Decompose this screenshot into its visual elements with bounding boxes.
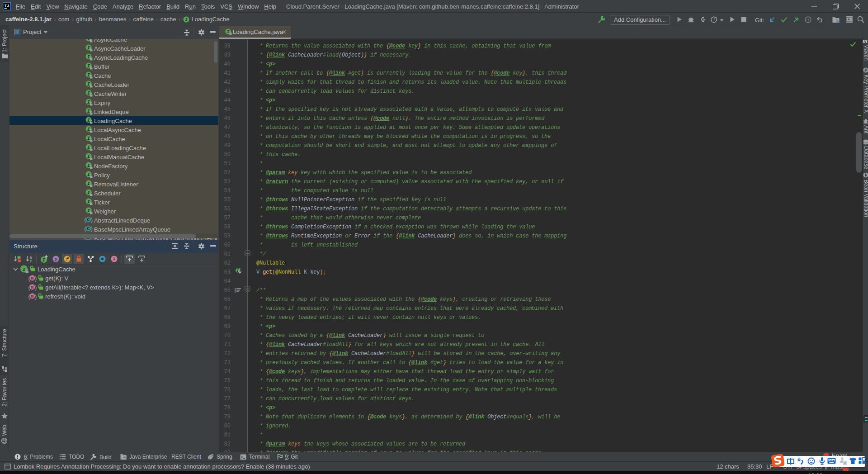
svg-text:I: I — [87, 172, 90, 177]
svg-text:IJ: IJ — [5, 4, 9, 9]
svg-text:C: C — [87, 227, 90, 232]
svg-text:): ) — [35, 275, 37, 282]
svg-text:I: I — [87, 190, 90, 195]
svg-text:I: I — [87, 55, 90, 60]
svg-text:m: m — [31, 294, 33, 299]
svg-text:I: I — [87, 181, 90, 186]
svg-text:I: I — [87, 73, 90, 78]
svg-text:I: I — [87, 109, 90, 114]
svg-text:I: I — [185, 18, 188, 22]
svg-text:I: I — [87, 64, 90, 69]
svg-text:EE: EE — [123, 456, 126, 459]
svg-text:λ: λ — [113, 257, 115, 262]
svg-text:I: I — [87, 118, 90, 123]
svg-text:): ) — [91, 216, 93, 223]
svg-text:I: I — [23, 267, 26, 272]
svg-text:I: I — [87, 91, 90, 96]
svg-text:I: I — [87, 154, 90, 159]
svg-text:I: I — [42, 257, 46, 263]
svg-text:): ) — [91, 225, 93, 232]
svg-text:I: I — [87, 199, 90, 204]
svg-text:I: I — [87, 100, 90, 105]
svg-text:z: z — [30, 259, 32, 263]
svg-text:m: m — [31, 285, 33, 290]
svg-text:I: I — [87, 145, 90, 150]
svg-text:15: 15 — [844, 461, 847, 464]
svg-text:I: I — [87, 209, 90, 213]
svg-text:I: I — [87, 163, 90, 168]
svg-text:p: p — [54, 256, 57, 262]
svg-text:): ) — [35, 293, 37, 300]
svg-text:I: I — [87, 46, 90, 51]
svg-text:I: I — [87, 136, 90, 141]
svg-text:I: I — [87, 127, 90, 132]
svg-text:I: I — [227, 29, 230, 34]
svg-text:f: f — [66, 257, 69, 262]
svg-text:C: C — [87, 218, 90, 223]
svg-text:m: m — [31, 276, 33, 281]
svg-text:): ) — [35, 284, 37, 291]
svg-text:I: I — [87, 82, 90, 87]
svg-text:I: I — [87, 39, 90, 42]
